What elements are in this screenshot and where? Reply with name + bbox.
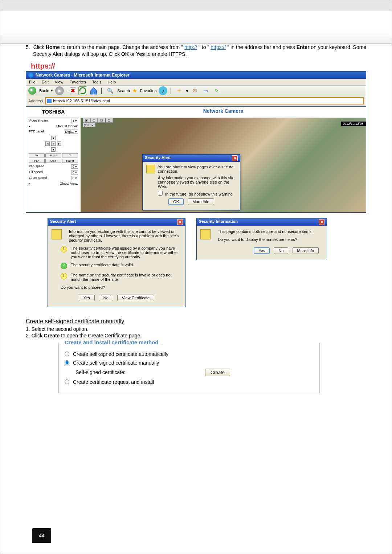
sa1-titlebar: Security Alert ✕ bbox=[143, 155, 240, 162]
zoom-tele[interactable]: T bbox=[62, 153, 78, 157]
lock-icon bbox=[146, 165, 155, 173]
print-icon[interactable]: ▭ bbox=[201, 86, 210, 95]
stop-btn[interactable]: Stop bbox=[45, 159, 61, 163]
pan-speed-select[interactable]: 0 ▾ bbox=[71, 164, 78, 169]
self-signed-label: Self-signed certificate: bbox=[75, 369, 126, 375]
step-number: 5. bbox=[26, 44, 32, 50]
instruction-5: 5. Click Home to return to the main page… bbox=[26, 44, 366, 58]
pan-btn[interactable]: Pan bbox=[29, 159, 45, 163]
history-icon[interactable]: ☀ bbox=[175, 86, 184, 95]
radio-request[interactable] bbox=[65, 379, 69, 384]
view-certificate-button[interactable]: View Certificate bbox=[117, 295, 154, 301]
http-link[interactable]: http:// bbox=[184, 44, 197, 50]
sa3-title: Security Information bbox=[199, 219, 238, 225]
page-header-grad bbox=[0, 29, 392, 44]
refresh-icon[interactable] bbox=[78, 86, 87, 95]
yes-button[interactable]: Yes bbox=[79, 295, 95, 301]
ptz-home[interactable]: ⌂ bbox=[51, 141, 56, 146]
security-information-dialog: Security Information ✕ This page contain… bbox=[196, 218, 327, 260]
create-step-2: 2. Click Create to open the Create Certi… bbox=[26, 333, 366, 338]
menu-help[interactable]: Help bbox=[107, 80, 116, 84]
close-icon[interactable]: ✕ bbox=[177, 219, 183, 225]
manual-trigger[interactable]: ▸ Manual trigger: bbox=[28, 124, 79, 129]
ok-button[interactable]: OK bbox=[168, 198, 184, 205]
zoom-wide[interactable]: W bbox=[29, 153, 45, 157]
page-number: 44 bbox=[32, 528, 51, 543]
dialogs-row: Security Alert ✕ Information you exchang… bbox=[48, 218, 366, 307]
sa1-line2: Any information you exchange with this s… bbox=[158, 176, 236, 189]
ie-title-text: Network Camera - Microsoft Internet Expl… bbox=[36, 73, 130, 78]
menu-edit[interactable]: Edit bbox=[42, 80, 49, 84]
back-icon[interactable]: ◄ bbox=[28, 87, 36, 95]
ie-titlebar: Network Camera - Microsoft Internet Expl… bbox=[26, 71, 366, 79]
cert-opt-auto[interactable]: Create self-signed certificate automatic… bbox=[65, 351, 314, 357]
bold-yes: Yes bbox=[136, 51, 145, 57]
ie-addressbar: Address https:// 192.168.5.151/index.htm… bbox=[26, 96, 366, 106]
create-button[interactable]: Create bbox=[205, 369, 230, 376]
page-header-bar bbox=[0, 0, 392, 11]
patrol-btn[interactable]: Patrol bbox=[62, 159, 78, 163]
bold-enter: Enter bbox=[297, 44, 310, 50]
search-label[interactable]: Search bbox=[117, 89, 130, 93]
close-icon[interactable]: ✕ bbox=[232, 155, 238, 161]
radio-manual[interactable] bbox=[65, 360, 69, 365]
global-view[interactable]: ▸ Global View: bbox=[28, 181, 79, 186]
ptz-left[interactable]: ◄ bbox=[45, 141, 50, 146]
tilt-speed-select[interactable]: 0 ▾ bbox=[71, 170, 78, 175]
mail-icon[interactable]: ✉ bbox=[191, 86, 199, 95]
search-icon[interactable]: 🔍 bbox=[106, 86, 114, 95]
cert-legend: Create and install certificate method bbox=[62, 339, 160, 345]
forward-icon[interactable]: ► bbox=[55, 86, 64, 95]
no-button[interactable]: No bbox=[274, 247, 288, 254]
zoom-speed-select[interactable]: 0 ▾ bbox=[71, 176, 78, 180]
view-tabs[interactable]: ▣▢▢▢ bbox=[83, 118, 113, 123]
sa2-proceed: Do you want to proceed? bbox=[61, 285, 181, 290]
cert-opt-request[interactable]: Create certificate request and install bbox=[65, 379, 314, 385]
sa2-title: Security Alert bbox=[50, 219, 76, 225]
page-icon bbox=[47, 99, 52, 103]
address-input[interactable]: https:// 192.168.5.151/index.html bbox=[45, 97, 364, 104]
more-info-button[interactable]: More Info bbox=[293, 247, 319, 254]
close-icon[interactable]: ✕ bbox=[319, 219, 324, 225]
menu-tools[interactable]: Tools bbox=[92, 80, 102, 84]
favorites-label[interactable]: Favorites bbox=[140, 89, 156, 93]
sa2-b3: The name on the security certificate is … bbox=[71, 273, 181, 282]
ptz-down[interactable]: ▼ bbox=[51, 147, 56, 152]
no-button[interactable]: No bbox=[99, 295, 113, 301]
ptz-right[interactable]: ► bbox=[57, 141, 61, 146]
menu-file[interactable]: File bbox=[29, 80, 36, 84]
ie-menubar[interactable]: File Edit View Favorites Tools Help bbox=[26, 79, 366, 86]
more-info-button[interactable]: More Info bbox=[188, 198, 214, 205]
create-step-1: 1. Select the second option. bbox=[26, 326, 366, 332]
pan-row: Pan Stop Patrol bbox=[28, 158, 79, 164]
cert-opt-manual[interactable]: Create self-signed certificate manually bbox=[65, 360, 314, 366]
media-icon[interactable]: ♪ bbox=[159, 86, 167, 95]
ptz-panel-row: PTZ panel: Digital ▾ bbox=[28, 129, 79, 135]
lock-icon bbox=[52, 229, 62, 239]
edit-icon[interactable]: ✎ bbox=[212, 86, 221, 95]
video-stream-row: Video stream 1 ▾ bbox=[28, 118, 79, 124]
radio-auto[interactable] bbox=[65, 352, 69, 356]
camera-main: Network Camera ▣▢▢▢ (TCP-V) 2012/10/12 0… bbox=[81, 107, 366, 212]
zoom-row: W Zoom T bbox=[28, 153, 79, 158]
ptz-select[interactable]: Digital ▾ bbox=[64, 130, 78, 134]
address-https: https:// bbox=[53, 99, 65, 103]
sa2-p1: Information you exchange with this site … bbox=[69, 229, 181, 242]
sa2-b2: The security certificate date is valid. bbox=[71, 263, 134, 269]
create-steps: 1. Select the second option. 2. Click Cr… bbox=[26, 326, 366, 338]
stop-icon[interactable]: ✖ bbox=[70, 87, 76, 94]
ptz-up[interactable]: ▲ bbox=[51, 136, 56, 140]
security-alert-2: Security Alert ✕ Information you exchang… bbox=[48, 218, 185, 307]
https-link[interactable]: https:// bbox=[211, 44, 226, 50]
warning-icon bbox=[61, 246, 67, 253]
ie-icon bbox=[28, 73, 33, 78]
menu-favorites[interactable]: Favorites bbox=[70, 80, 86, 84]
video-stream-select[interactable]: 1 ▾ bbox=[71, 119, 78, 123]
menu-view[interactable]: View bbox=[55, 80, 64, 84]
sa2-b1: The security certificate was issued by a… bbox=[71, 246, 181, 259]
favorites-icon[interactable]: ★ bbox=[132, 87, 137, 94]
sa1-checkbox[interactable] bbox=[158, 191, 163, 196]
home-icon[interactable] bbox=[89, 86, 98, 95]
yes-button[interactable]: Yes bbox=[254, 247, 270, 254]
back-label[interactable]: Back bbox=[39, 89, 48, 93]
